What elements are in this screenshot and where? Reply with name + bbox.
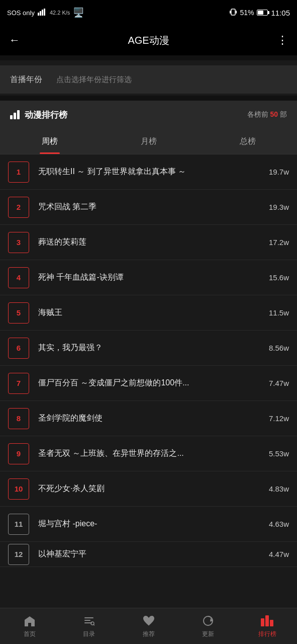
- table-row[interactable]: 6 其实，我乃最强？ 8.56w: [0, 331, 297, 366]
- nav-update-label: 更新: [202, 630, 214, 638]
- table-row[interactable]: 7 僵尸百分百 ～变成僵尸之前想做的100件... 7.47w: [0, 366, 297, 401]
- svg-rect-11: [265, 615, 269, 626]
- filter-label: 首播年份: [10, 74, 42, 85]
- table-row[interactable]: 5 海贼王 11.5w: [0, 295, 297, 331]
- nav-catalog-label: 目录: [83, 630, 95, 638]
- meta-count: 50: [270, 110, 278, 118]
- anime-title: 咒术回战 第二季: [38, 202, 263, 212]
- svg-rect-1: [40, 11, 41, 16]
- nav-home[interactable]: 首页: [0, 608, 59, 644]
- rank-number: 9: [8, 443, 29, 464]
- rank-number: 4: [8, 267, 29, 288]
- anime-title: 以神基宏宁平: [38, 549, 263, 559]
- anime-title: 无职转生II ～ 到了异世界就拿出真本事 ～: [38, 167, 263, 177]
- catalog-icon: [82, 614, 96, 628]
- signal-icon: [38, 9, 47, 17]
- rank-number: 10: [8, 478, 29, 500]
- ranking-icon: [260, 614, 274, 628]
- page-title: AGE动漫: [27, 34, 270, 47]
- rank-number: 12: [8, 544, 29, 565]
- anime-title: 僵尸百分百 ～变成僵尸之前想做的100件...: [38, 378, 263, 388]
- sos-text: SOS only: [7, 9, 35, 17]
- nav-catalog[interactable]: 目录: [59, 608, 119, 644]
- table-row[interactable]: 12 以神基宏宁平 4.47w: [0, 542, 297, 567]
- bottom-padding: [0, 567, 297, 603]
- tab-weekly[interactable]: 周榜: [0, 129, 99, 154]
- nav-ranking-label: 排行榜: [258, 630, 276, 638]
- anime-title: 海贼王: [38, 307, 263, 318]
- battery-icon: [257, 10, 268, 16]
- svg-rect-2: [42, 10, 43, 16]
- tab-all[interactable]: 总榜: [198, 129, 297, 154]
- table-row[interactable]: 8 圣剑学院的魔剑使 7.12w: [0, 401, 297, 436]
- rank-score: 7.47w: [269, 379, 289, 387]
- status-bar: SOS only 42.2 K/s 🖥️ 51% 11:05: [0, 0, 297, 25]
- table-row[interactable]: 10 不死少女·杀人笑剧 4.83w: [0, 471, 297, 507]
- anime-title: 其实，我乃最强？: [38, 343, 263, 353]
- section-title: 动漫排行榜: [10, 109, 67, 121]
- svg-rect-12: [270, 620, 273, 626]
- table-row[interactable]: 11 堀与宫村 -piece- 4.63w: [0, 507, 297, 542]
- table-row[interactable]: 4 死神 千年血战篇-诀别谭 15.6w: [0, 260, 297, 295]
- svg-rect-10: [261, 618, 264, 626]
- speed-text: 42.2 K/s: [50, 10, 70, 16]
- svg-rect-6: [236, 11, 237, 14]
- anime-title: 不死少女·杀人笑剧: [38, 484, 263, 494]
- rank-score: 4.63w: [269, 520, 289, 528]
- app-icon: 🖥️: [73, 7, 84, 18]
- rank-score: 19.7w: [269, 168, 289, 176]
- rank-score: 4.47w: [269, 550, 289, 558]
- nav-ranking[interactable]: 排行榜: [238, 608, 297, 644]
- rank-number: 5: [8, 302, 29, 324]
- svg-rect-3: [44, 9, 45, 16]
- svg-line-8: [93, 624, 94, 625]
- anime-title: 堀与宫村 -piece-: [38, 519, 263, 529]
- nav-recommend[interactable]: 推荐: [119, 608, 178, 644]
- svg-rect-5: [230, 11, 231, 14]
- anime-title: 死神 千年血战篇-诀别谭: [38, 272, 263, 283]
- nav-recommend-label: 推荐: [143, 630, 155, 638]
- table-row[interactable]: 2 咒术回战 第二季 19.3w: [0, 190, 297, 225]
- ranking-list: 1 无职转生II ～ 到了异世界就拿出真本事 ～ 19.7w 2 咒术回战 第二…: [0, 154, 297, 567]
- rank-number: 7: [8, 373, 29, 394]
- anime-title: 葬送的芙莉莲: [38, 237, 263, 248]
- rank-score: 19.3w: [269, 203, 289, 211]
- tab-monthly[interactable]: 月榜: [99, 129, 198, 154]
- rank-number: 3: [8, 232, 29, 253]
- tabs-container: 周榜 月榜 总榜: [0, 129, 297, 154]
- rank-number: 8: [8, 408, 29, 429]
- section-title-text: 动漫排行榜: [25, 109, 67, 121]
- back-button[interactable]: ←: [9, 34, 27, 47]
- status-left: SOS only 42.2 K/s 🖥️: [7, 7, 84, 18]
- rank-number: 6: [8, 338, 29, 359]
- battery-text: 51%: [240, 9, 254, 17]
- vibrate-icon: [230, 8, 237, 18]
- filter-bar[interactable]: 首播年份 点击选择年份进行筛选: [0, 65, 297, 94]
- time-text: 11:05: [271, 9, 290, 17]
- recommend-icon: [142, 614, 156, 628]
- rank-score: 11.5w: [269, 308, 289, 317]
- more-button[interactable]: ⋮: [270, 34, 288, 47]
- chart-icon: [10, 110, 20, 119]
- divider: [0, 55, 297, 60]
- meta-prefix: 各榜前: [247, 110, 268, 118]
- table-row[interactable]: 1 无职转生II ～ 到了异世界就拿出真本事 ～ 19.7w: [0, 154, 297, 190]
- rank-score: 15.6w: [269, 273, 289, 282]
- anime-title: 圣者无双 ～上班族、在异世界的存活之...: [38, 448, 263, 459]
- status-right: 51% 11:05: [230, 8, 290, 18]
- nav-home-label: 首页: [24, 630, 36, 638]
- table-row[interactable]: 3 葬送的芙莉莲 17.2w: [0, 225, 297, 260]
- nav-update[interactable]: 更新: [178, 608, 238, 644]
- home-icon: [23, 614, 37, 628]
- rank-score: 17.2w: [269, 238, 289, 247]
- table-row[interactable]: 9 圣者无双 ～上班族、在异世界的存活之... 5.53w: [0, 436, 297, 471]
- section-header: 动漫排行榜 各榜前 50 部: [0, 101, 297, 129]
- update-icon: [201, 614, 215, 628]
- rank-score: 7.12w: [269, 414, 289, 423]
- rank-score: 5.53w: [269, 449, 289, 458]
- anime-title: 圣剑学院的魔剑使: [38, 413, 263, 424]
- bottom-nav: 首页 目录 推荐 更新: [0, 608, 297, 644]
- rank-number: 2: [8, 197, 29, 218]
- filter-hint: 点击选择年份进行筛选: [56, 75, 132, 85]
- rank-number: 1: [8, 162, 29, 183]
